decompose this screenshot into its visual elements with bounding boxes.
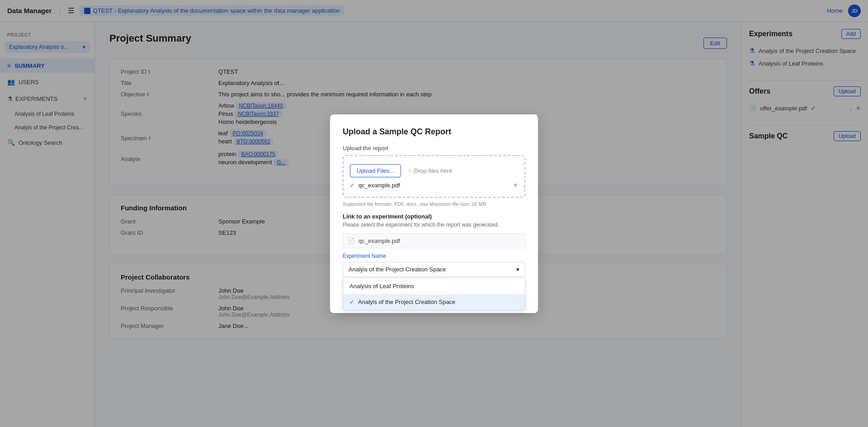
upload-hint: Supported file formats: PDF, docx, xlsx … — [343, 201, 525, 207]
link-section-label: Link to an experiment (optional) — [343, 213, 525, 220]
remove-file-button[interactable]: ✕ — [513, 182, 518, 189]
drop-area[interactable]: ↑ Drop files here — [408, 167, 452, 174]
experiment-name-label: Experiment Name — [343, 253, 525, 259]
upload-report-label: Upload the report — [343, 145, 525, 152]
file-check-icon: ✓ — [350, 182, 355, 189]
experiment-dropdown[interactable]: Analyis of the Project Creation Space ▾ — [343, 262, 525, 277]
file-row: 📄 qc_example.pdf — [343, 233, 525, 248]
upload-area: Upload Files... ↑ Drop files here ✓ qc_e… — [343, 155, 525, 198]
selected-check-icon: ✓ — [349, 299, 354, 305]
project-creation-option-label: Analyis of the Project Creation Space — [358, 299, 455, 305]
link-section-sub: Please select the experiment for which t… — [343, 222, 525, 228]
upload-arrow-icon: ↑ — [408, 167, 411, 174]
uploaded-file-row: ✓ qc_example.pdf ✕ — [350, 182, 518, 189]
modal-overlay: Upload a Sample QC Report Upload the rep… — [0, 0, 868, 427]
upload-modal: Upload a Sample QC Report Upload the rep… — [330, 114, 538, 313]
dropdown-list: Analysis of Leaf Proteins ✓ Analyis of t… — [343, 278, 525, 310]
modal-title: Upload a Sample QC Report — [343, 127, 525, 137]
file-row-icon: 📄 — [348, 237, 355, 244]
dropdown-chevron-icon: ▾ — [516, 266, 519, 273]
upload-area-top: Upload Files... ↑ Drop files here — [350, 164, 518, 177]
drop-files-label: Drop files here — [414, 167, 453, 174]
dropdown-selected-label: Analyis of the Project Creation Space — [349, 266, 446, 273]
uploaded-filename: qc_example.pdf — [359, 182, 400, 189]
file-row-name: qc_example.pdf — [359, 237, 400, 244]
dropdown-item-project-creation[interactable]: ✓ Analyis of the Project Creation Space — [343, 294, 525, 310]
leaf-proteins-option-label: Analysis of Leaf Proteins — [349, 283, 414, 289]
dropdown-item-leaf-proteins[interactable]: Analysis of Leaf Proteins — [343, 278, 525, 294]
dropdown-wrapper: Analyis of the Project Creation Space ▾ … — [343, 262, 525, 277]
upload-files-button[interactable]: Upload Files... — [350, 164, 401, 177]
